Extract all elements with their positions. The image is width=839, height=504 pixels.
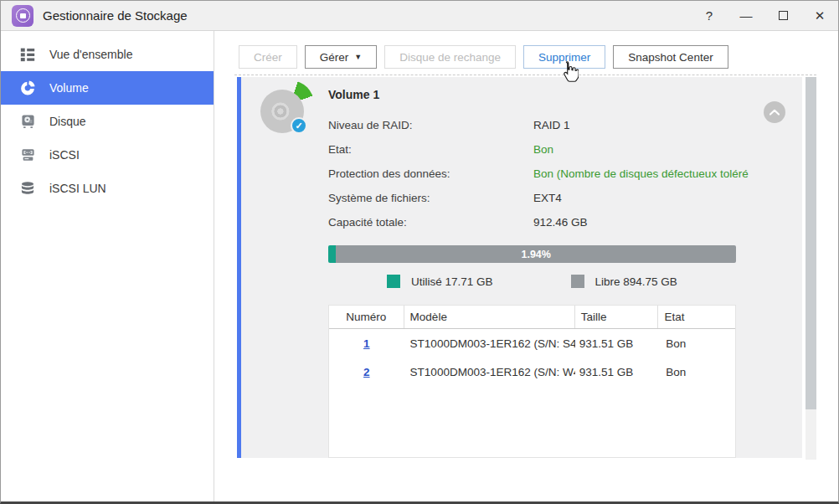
disks-table: Numéro Modèle Taille Etat 1 ST1000DM003-… bbox=[328, 305, 736, 458]
storage-manager-window: Gestionnaire de Stockage ? — ✕ Vue d'ens… bbox=[0, 0, 839, 504]
sidebar-item-label: iSCSI bbox=[49, 148, 80, 162]
sidebar-item-iscsi[interactable]: iSCSI bbox=[1, 138, 214, 172]
snapshot-center-button[interactable]: Snapshot Center bbox=[613, 45, 728, 69]
free-swatch-icon bbox=[571, 275, 584, 288]
legend-used: Utilisé 17.71 GB bbox=[387, 275, 493, 288]
main-content: Créer Gérer ▼ Disque de rechange Supprim… bbox=[214, 31, 838, 501]
sidebar-item-label: Disque bbox=[49, 115, 86, 128]
field-state: Etat: Bon bbox=[328, 137, 797, 162]
disk-number-link[interactable]: 2 bbox=[363, 366, 370, 378]
sidebar-item-label: Vue d'ensemble bbox=[49, 48, 132, 61]
help-icon[interactable]: ? bbox=[691, 1, 728, 31]
sidebar-item-volume[interactable]: Volume bbox=[1, 71, 214, 105]
window-title: Gestionnaire de Stockage bbox=[43, 8, 188, 23]
create-button[interactable]: Créer bbox=[239, 45, 297, 69]
close-icon[interactable]: ✕ bbox=[801, 1, 838, 31]
volume-icon bbox=[18, 79, 37, 97]
sidebar-item-disk[interactable]: Disque bbox=[1, 105, 214, 138]
volume-panel: ✓ Volume 1 Niveau de RAID: RAID 1 Etat: … bbox=[237, 77, 802, 458]
field-data-protection: Protection des données: Bon (Nombre de d… bbox=[328, 162, 797, 186]
storage-app-glyph-icon bbox=[16, 8, 30, 23]
disk-icon bbox=[18, 112, 37, 131]
app-icon bbox=[12, 5, 33, 27]
scrollbar-thumb[interactable] bbox=[806, 77, 816, 409]
legend-free: Libre 894.75 GB bbox=[571, 275, 677, 288]
usage-legend: Utilisé 17.71 GB Libre 894.75 GB bbox=[328, 268, 736, 295]
window-controls: ? — ✕ bbox=[691, 1, 838, 31]
usage-progress-bar: 1.94% bbox=[328, 245, 736, 263]
table-row: 1 ST1000DM003-1ER162 (S/N: S4Y... 931.51… bbox=[329, 329, 735, 357]
check-badge-icon: ✓ bbox=[291, 117, 307, 134]
used-swatch-icon bbox=[387, 275, 400, 288]
sidebar-item-label: iSCSI LUN bbox=[49, 182, 106, 195]
manage-button[interactable]: Gérer ▼ bbox=[305, 45, 377, 69]
chevron-up-icon bbox=[770, 109, 780, 116]
table-row: 2 ST1000DM003-1ER162 (S/N: W4... 931.51 … bbox=[329, 357, 735, 386]
iscsi-icon bbox=[18, 146, 37, 164]
volume-title: Volume 1 bbox=[328, 88, 379, 101]
sidebar-item-label: Volume bbox=[49, 81, 89, 95]
volume-fields: Niveau de RAID: RAID 1 Etat: Bon Protect… bbox=[328, 113, 797, 234]
minimize-icon[interactable]: — bbox=[728, 1, 764, 31]
volume-list-region: ✓ Volume 1 Niveau de RAID: RAID 1 Etat: … bbox=[234, 75, 816, 461]
maximize-icon[interactable] bbox=[764, 1, 801, 31]
disk-number-link[interactable]: 1 bbox=[363, 337, 370, 350]
collapse-button[interactable] bbox=[764, 101, 785, 123]
volume-status-icon: ✓ bbox=[260, 84, 314, 137]
sidebar-item-iscsi-lun[interactable]: iSCSI LUN bbox=[1, 172, 214, 205]
field-filesystem: Système de fichiers: EXT4 bbox=[328, 186, 797, 210]
iscsi-lun-icon bbox=[18, 179, 37, 198]
title-bar: Gestionnaire de Stockage ? — ✕ bbox=[1, 1, 838, 31]
disks-table-header: Numéro Modèle Taille Etat bbox=[329, 306, 735, 329]
field-total-capacity: Capacité totale: 912.46 GB bbox=[328, 210, 797, 234]
scrollbar[interactable] bbox=[806, 77, 816, 460]
spare-disk-button[interactable]: Disque de rechange bbox=[384, 45, 516, 69]
usage-fill bbox=[328, 245, 336, 263]
usage-percent-label: 1.94% bbox=[336, 245, 736, 263]
overview-icon bbox=[18, 45, 37, 64]
sidebar: Vue d'ensemble Volume bbox=[1, 31, 214, 501]
field-raid-level: Niveau de RAID: RAID 1 bbox=[328, 113, 797, 137]
sidebar-item-overview[interactable]: Vue d'ensemble bbox=[1, 38, 214, 71]
toolbar: Créer Gérer ▼ Disque de rechange Supprim… bbox=[214, 31, 838, 69]
chevron-down-icon: ▼ bbox=[354, 54, 362, 61]
delete-button[interactable]: Supprimer bbox=[523, 45, 605, 69]
